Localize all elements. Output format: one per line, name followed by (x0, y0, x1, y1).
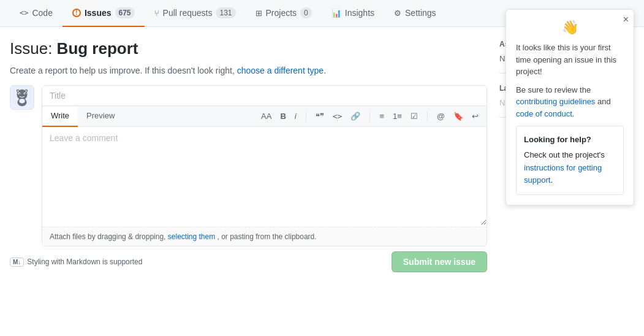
page-title-prefix: Issue: (10, 39, 52, 58)
toolbar-sep-2 (369, 112, 370, 121)
popup-text-1: It looks like this is your first time op… (516, 42, 624, 78)
page-title-main: Bug report (57, 39, 138, 58)
editor-tabs-bar: Write Preview AA B i ❝❞ <> 🔗 (42, 106, 487, 127)
help-link[interactable]: instructions for getting support (524, 163, 602, 185)
sidebar-labels-value: None yet × 👋 It looks like this is your … (499, 98, 634, 107)
code-icon: <> (20, 9, 28, 17)
markdown-note-text: Styling with Markdown is supported (27, 258, 142, 266)
toolbar-sep-1 (306, 112, 306, 121)
form-footer: M↓ Styling with Markdown is supported Su… (10, 251, 487, 272)
issue-form: Write Preview AA B i ❝❞ <> 🔗 (42, 85, 487, 246)
tab-preview[interactable]: Preview (78, 106, 123, 126)
helper-link[interactable]: choose a different type. (237, 66, 326, 75)
insights-icon: 📊 (331, 9, 341, 18)
toolbar-code[interactable]: <> (331, 110, 344, 122)
popup-close-button[interactable]: × (623, 15, 629, 25)
attach-text: Attach files by dragging & dropping, (50, 232, 165, 241)
toolbar-numbered[interactable]: 1≡ (391, 110, 404, 122)
comment-textarea[interactable] (42, 127, 487, 225)
svg-point-4 (19, 93, 20, 94)
pull-requests-badge: 131 (216, 7, 235, 18)
title-input[interactable] (42, 86, 487, 106)
helper-text-content: Create a report to help us improve. If t… (10, 66, 235, 75)
tab-issues[interactable]: ! Issues 675 (63, 0, 145, 27)
tab-settings[interactable]: ⚙ Settings (384, 1, 446, 26)
tab-write[interactable]: Write (42, 106, 78, 127)
page-title: Issue: Bug report (10, 39, 487, 58)
popup-conduct-link[interactable]: code of conduct (516, 109, 572, 118)
markdown-note: M↓ Styling with Markdown is supported (10, 258, 142, 267)
tab-insights-label: Insights (345, 8, 374, 18)
tab-issues-label: Issues (85, 8, 112, 18)
toolbar-aa[interactable]: AA (259, 110, 273, 122)
settings-icon: ⚙ (394, 9, 401, 18)
popup-text-2-be: Be sure to review the (516, 85, 591, 94)
sidebar-labels-section: Labels ⚙ None yet × 👋 It looks like this… (499, 74, 634, 118)
toolbar-reference[interactable]: 🔖 (452, 110, 465, 122)
issues-icon: ! (72, 9, 81, 17)
projects-badge: 0 (300, 7, 312, 18)
toolbar-quote[interactable]: ❝❞ (314, 110, 326, 122)
tab-code[interactable]: <> Code (10, 1, 63, 26)
toolbar-sep-3 (427, 112, 428, 121)
issues-badge: 675 (115, 7, 135, 18)
tab-code-label: Code (32, 8, 52, 18)
issue-form-row: Write Preview AA B i ❝❞ <> 🔗 (10, 85, 487, 246)
help-period: . (550, 175, 553, 185)
tab-projects[interactable]: ⊞ Projects 0 (246, 0, 322, 27)
popup-period: . (572, 109, 575, 118)
popup-contributing-link[interactable]: contributing guidelines (516, 97, 595, 106)
toolbar-bullets[interactable]: ≡ (377, 110, 386, 122)
pull-requests-icon: ⑂ (154, 9, 159, 18)
svg-point-5 (25, 93, 26, 94)
attach-text2: , or pasting from the clipboard. (218, 232, 317, 241)
toolbar-reply[interactable]: ↩ (470, 110, 480, 122)
toolbar-italic[interactable]: i (293, 110, 298, 122)
tab-write-label: Write (51, 111, 69, 120)
toolbar-mention[interactable]: @ (435, 110, 447, 122)
projects-icon: ⊞ (256, 9, 262, 18)
popup-text-2: Be sure to review the contributing guide… (516, 84, 624, 120)
tab-projects-label: Projects (266, 8, 297, 18)
tab-pull-requests[interactable]: ⑂ Pull requests 131 (145, 0, 246, 27)
first-time-popup: × 👋 It looks like this is your first tim… (506, 9, 634, 205)
editor-tab-list: Write Preview (42, 106, 123, 126)
help-text: Check out the project's (524, 150, 605, 159)
page-content: Issue: Bug report Create a report to hel… (0, 27, 644, 284)
popup-text-1-content: It looks like this is your first time op… (516, 43, 616, 76)
markdown-icon: M↓ (10, 258, 24, 267)
tab-pull-requests-label: Pull requests (163, 8, 213, 18)
help-box: Looking for help? Check out the project'… (516, 126, 624, 195)
avatar (10, 85, 34, 110)
submit-button[interactable]: Submit new issue (392, 251, 487, 272)
attach-bar: Attach files by dragging & dropping, sel… (42, 227, 487, 246)
svg-point-7 (19, 99, 25, 104)
helper-text: Create a report to help us improve. If t… (10, 66, 487, 75)
tab-settings-label: Settings (405, 8, 436, 18)
popup-wave: 👋 (516, 20, 624, 36)
attach-link[interactable]: selecting them (168, 232, 215, 241)
main-column: Issue: Bug report Create a report to hel… (10, 39, 487, 272)
help-box-title: Looking for help? (524, 134, 616, 147)
popup-text-2-and: and (595, 97, 610, 106)
avatar-img (10, 85, 34, 110)
tab-preview-label: Preview (86, 111, 115, 120)
tab-insights[interactable]: 📊 Insights (322, 1, 384, 26)
sidebar: Assignees ⚙ No one—assign yourself Label… (499, 39, 634, 272)
toolbar-link[interactable]: 🔗 (349, 110, 362, 122)
toolbar-task[interactable]: ☑ (409, 110, 420, 122)
editor-toolbar: AA B i ❝❞ <> 🔗 ≡ 1≡ ☑ @ 🔖 ↩ (253, 110, 487, 122)
toolbar-bold[interactable]: B (278, 110, 287, 122)
